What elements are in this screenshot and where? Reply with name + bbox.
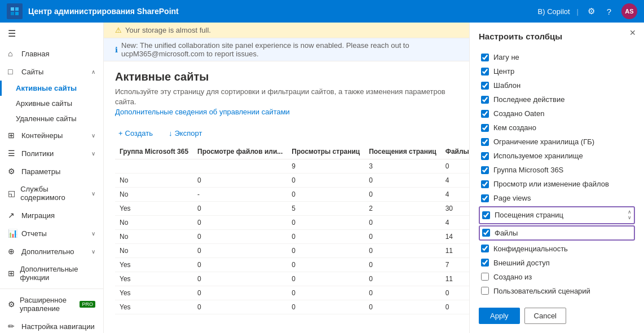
storage-alert-text: Your storage is almost full. [125,26,211,34]
column-checkbox[interactable] [481,180,489,188]
sidebar-item-policies[interactable]: ☰ Политики ∨ [0,144,103,162]
column-checkbox[interactable] [481,259,489,267]
export-button[interactable]: ↓ Экспорт [165,127,205,140]
info-alert-text: New: The unified collaboration site pane… [121,41,458,58]
table-row[interactable]: No00011 [115,243,469,257]
create-button[interactable]: + Создать [115,127,156,140]
column-label: Используемое хранилище [493,152,633,160]
column-checkbox[interactable] [481,54,489,61]
table-row[interactable]: No-004 [115,187,469,201]
table-row[interactable]: 930 [115,159,469,173]
settings-icon[interactable]: ⚙ [585,6,597,17]
col-header-pageviews: Просмотры страниц [287,144,364,159]
table-cell: 0 [441,159,469,173]
svg-rect-2 [11,12,14,15]
column-checkbox[interactable] [481,124,489,132]
column-checkbox[interactable] [481,245,489,252]
sidebar-item-advanced-management[interactable]: ⚙ Расширенное управление PRO [0,291,103,317]
column-checkbox[interactable] [482,229,490,237]
column-checkbox[interactable] [481,287,489,295]
sidebar-item-containers[interactable]: ⊞ Контейнеры ∨ [0,126,103,144]
column-toggle-row[interactable]: Создано Oaten [479,106,635,121]
sidebar-item-advanced-functions[interactable]: ⊞ Дополнительные функции [0,260,103,286]
sidebar-item-reports[interactable]: 📊 Отчеты ∨ [0,224,103,242]
column-label: Создано Oaten [493,109,633,118]
column-toggle-row[interactable]: Файлы [479,225,635,241]
table-cell: 0 [287,215,364,229]
column-toggle-row[interactable]: Кем создано [479,121,635,135]
apply-button[interactable]: Apply [479,308,520,324]
sidebar-item-active-sites[interactable]: Активные сайты [0,81,103,96]
table-cell: 9 [287,159,364,173]
column-toggle-row[interactable]: Используемое хранилище [479,149,635,163]
column-toggle-row[interactable]: Внешний доступ [479,256,635,270]
table-row[interactable]: Yes0000 [115,286,469,300]
column-checkbox[interactable] [481,273,489,281]
table-row[interactable]: Yes00011 [115,272,469,286]
table-cell: 0 [364,300,440,314]
sidebar-item-additional[interactable]: ⊕ Дополнительно ∨ [0,242,103,260]
page-desc-link[interactable]: Дополнительные сведения об управлении са… [115,108,290,116]
column-toggle-row[interactable]: Пользовательский сценарий [479,284,635,298]
user-avatar[interactable]: AS [621,3,637,19]
columns-list: Иагу неЦентрШаблонПоследнее действиеСозд… [479,50,635,298]
edit-icon: ✏ [8,322,17,331]
sidebar-item-deleted-sites[interactable]: Удаленные сайты [0,111,103,126]
cancel-button[interactable]: Cancel [524,308,566,324]
sort-arrows: ∧∨ [628,210,632,221]
sidebar-item-content-services[interactable]: ◱ Службы содержимого ∨ [0,180,103,206]
sidebar-item-archive-sites[interactable]: Архивные сайты [0,96,103,111]
table-cell: 0 [364,173,440,187]
column-checkbox[interactable] [482,211,490,219]
table-row[interactable]: No0004 [115,173,469,187]
column-checkbox[interactable] [481,194,489,202]
sidebar-item-label: Дополнительно [21,247,74,256]
hamburger-button[interactable]: ☰ [0,23,103,45]
help-icon[interactable]: ? [603,6,615,17]
column-toggle-row[interactable]: Создано из [479,270,635,284]
column-toggle-row[interactable]: Иагу не [479,50,635,64]
sidebar-item-nav-setup[interactable]: ✏ Настройка навигации [0,317,103,333]
column-toggle-row[interactable]: Последнее действие [479,92,635,106]
table-cell: 0 [193,300,287,314]
table-row[interactable]: No0004 [115,215,469,229]
table-cell: 0 [364,229,440,243]
column-checkbox[interactable] [481,110,489,118]
table-cell: 0 [364,257,440,272]
table-cell: 0 [287,243,364,257]
table-header-row: Группа Microsoft 365 Просмотре файлов ил… [115,144,469,159]
table-row[interactable]: Yes05230 [115,201,469,215]
column-checkbox[interactable] [481,82,489,90]
column-toggle-row[interactable]: Ограничение хранилища (ГБ) [479,135,635,149]
column-checkbox[interactable] [481,152,489,160]
sort-down-icon[interactable]: ∨ [628,215,632,221]
column-checkbox[interactable] [481,166,489,174]
column-toggle-row[interactable]: Конфиденциальность [479,242,635,256]
column-label: Просмотр или изменение файлов [493,180,633,188]
table-row[interactable]: Yes0000 [115,300,469,314]
copilot-label[interactable]: В) Copilot [538,7,570,16]
sidebar-item-label: Политики [21,149,54,158]
sidebar-item-migration[interactable]: ↗ Миграция [0,206,103,224]
column-toggle-row[interactable]: Просмотр или изменение файлов [479,177,635,191]
table-cell: 7 [441,257,469,272]
table-row[interactable]: No00014 [115,229,469,243]
column-checkbox[interactable] [481,96,489,104]
column-toggle-row[interactable]: Шаблон [479,78,635,92]
reports-icon: 📊 [8,229,17,238]
table-row[interactable]: Yes0007 [115,257,469,272]
column-toggle-row[interactable]: Группа Microsoft 36S [479,163,635,177]
table-cell: 0 [364,286,440,300]
column-toggle-row[interactable]: Посещения страниц∧∨ [479,206,635,224]
column-toggle-row[interactable]: Page views [479,191,635,205]
panel-close-button[interactable]: ✕ [629,28,636,37]
sidebar-item-settings[interactable]: ⚙ Параметры [0,162,103,180]
column-checkbox[interactable] [481,138,489,146]
column-label: Группа Microsoft 36S [493,166,633,174]
sidebar-item-sites[interactable]: □ Сайты ∧ [0,63,103,81]
sidebar-item-label: Отчеты [21,229,47,238]
column-checkbox[interactable] [481,68,489,76]
policies-icon: ☰ [8,149,17,158]
column-toggle-row[interactable]: Центр [479,64,635,78]
sidebar-item-home[interactable]: ⌂ Главная [0,45,103,63]
